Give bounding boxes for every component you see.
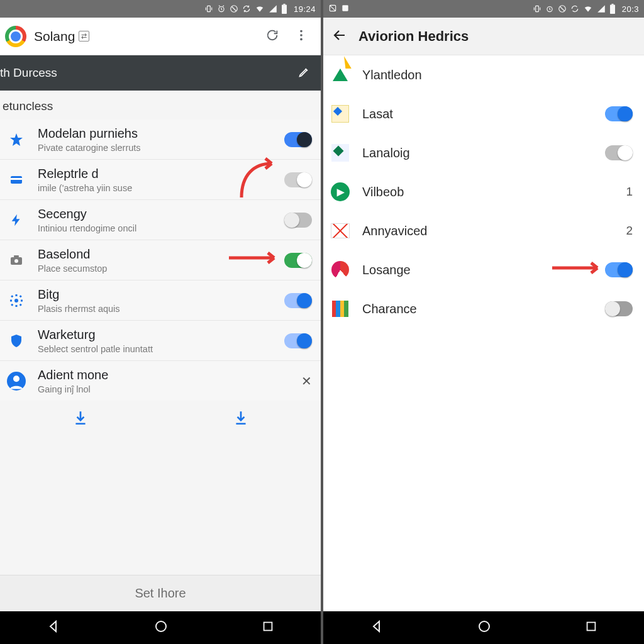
row-label: Annyaviced — [362, 224, 614, 238]
app-row-annyaviced[interactable]: Annyaviced 2 — [323, 211, 644, 250]
footer-button[interactable]: Set Ihore — [0, 575, 321, 611]
chrome-logo-icon — [5, 26, 26, 47]
more-icon[interactable] — [291, 25, 312, 48]
subheader-label: th Durcess — [0, 66, 57, 80]
shield-icon — [4, 328, 29, 353]
settings-row-adient[interactable]: Adient mone Gaing inĵ lnol ✕ — [0, 361, 321, 401]
toggle[interactable] — [605, 301, 633, 316]
toggle[interactable] — [605, 106, 633, 121]
svg-point-27 — [479, 621, 489, 631]
row-value: 2 — [626, 224, 633, 238]
landloig-icon — [330, 142, 351, 164]
bolt-icon — [4, 208, 29, 233]
svg-rect-20 — [342, 5, 348, 11]
app-row-ylantledon[interactable]: Ylantledon — [323, 55, 644, 94]
nav-recent-icon[interactable] — [261, 619, 275, 636]
sync-icon — [242, 4, 251, 13]
settings-row-baselond[interactable]: Baselond Place secumstop — [0, 240, 321, 280]
page-title: Solang ⇄ — [34, 29, 254, 44]
download-icon[interactable] — [72, 409, 89, 428]
dnd-icon — [558, 4, 567, 13]
svg-rect-21 — [535, 6, 538, 11]
row-label: Losange — [362, 263, 594, 277]
play-icon: ▸ — [330, 181, 351, 203]
row-label: Charance — [362, 302, 594, 316]
nav-recent-icon[interactable] — [584, 619, 598, 636]
row-sub: Intiniou rtendogime oncil — [38, 223, 275, 233]
toggle[interactable] — [284, 253, 312, 268]
back-icon[interactable] — [332, 28, 347, 45]
toggle[interactable] — [605, 145, 633, 160]
row-label: Ylantledon — [362, 68, 633, 82]
row-title: Baselond — [38, 247, 275, 262]
right-phone: 20:3 Aviorion Hedrics Ylantledon Lasat L… — [322, 0, 644, 644]
left-phone: 19:24 Solang ⇄ th Durcess etuncless — [0, 0, 322, 644]
toggle[interactable] — [605, 262, 633, 277]
app-row-vilbeob[interactable]: ▸ Vilbeob 1 — [323, 172, 644, 211]
nav-bar — [323, 611, 644, 644]
page-title: Aviorion Hedrics — [358, 28, 469, 45]
signal-icon — [269, 4, 277, 13]
row-label: Lasat — [362, 107, 594, 121]
battery-icon — [609, 4, 616, 14]
settings-row-secengy[interactable]: Secengy Intiniou rtendogime oncil — [0, 200, 321, 240]
row-sub: Place secumstop — [38, 264, 275, 274]
app-row-charance[interactable]: Charance — [323, 289, 644, 328]
status-clock: 19:24 — [294, 4, 316, 14]
refresh-icon[interactable] — [262, 25, 283, 48]
maps-icon — [330, 103, 351, 125]
settings-row-modelan[interactable]: Modelan purniehs Pivate catarogine slerr… — [0, 119, 321, 160]
row-title: Warketurg — [38, 327, 275, 343]
close-icon[interactable]: ✕ — [301, 374, 312, 389]
battery-icon — [281, 4, 287, 14]
app-row-lasat[interactable]: Lasat — [323, 94, 644, 133]
star-icon — [4, 127, 29, 152]
drive-icon — [330, 64, 351, 86]
row-title: Adient mone — [38, 367, 292, 383]
nav-back-icon[interactable] — [369, 619, 384, 636]
app-row-losange[interactable]: Losange — [323, 250, 644, 289]
vibrate-icon — [204, 4, 213, 13]
empty-space — [323, 328, 644, 611]
svg-point-7 — [300, 38, 303, 40]
dark-subheader: th Durcess — [0, 55, 321, 91]
settings-row-releptrle[interactable]: Releptrle d imile ('astreha yiin suse — [0, 160, 321, 200]
download-icon[interactable] — [233, 409, 249, 428]
row-title: Bitg — [38, 287, 275, 303]
nav-home-icon[interactable] — [477, 619, 492, 636]
settings-row-warketurg[interactable]: Warketurg Seblect sentrol patle inuntatt — [0, 321, 321, 361]
svg-rect-0 — [208, 6, 211, 11]
toggle[interactable] — [284, 333, 312, 348]
svg-point-5 — [300, 30, 303, 32]
row-value: 1 — [626, 185, 633, 199]
pie-icon — [330, 259, 351, 280]
settings-list: etuncless Modelan purniehs Pivate cataro… — [0, 91, 321, 575]
badge-icon: ⇄ — [79, 31, 89, 42]
app-row-lanaloig[interactable]: Lanaloig — [323, 133, 644, 172]
screenshot-icon — [328, 4, 337, 14]
toggle[interactable] — [284, 293, 312, 308]
svg-rect-24 — [610, 5, 615, 14]
settings-row-bitg[interactable]: Bitg Plasis rhermst aquis — [0, 280, 321, 321]
nav-home-icon[interactable] — [153, 619, 169, 636]
toggle[interactable] — [284, 213, 312, 228]
toggle[interactable] — [284, 172, 312, 187]
svg-rect-12 — [14, 255, 19, 257]
vibrate-icon — [533, 4, 541, 13]
svg-point-6 — [300, 34, 303, 36]
section-label: etuncless — [0, 91, 321, 119]
dnd-icon — [230, 4, 238, 13]
row-sub: Pivate catarogine slerruts — [38, 143, 275, 153]
sync-icon — [570, 4, 579, 13]
gmail-icon — [330, 220, 351, 242]
save-icon — [341, 4, 350, 14]
row-title: Secengy — [38, 206, 275, 222]
nav-back-icon[interactable] — [46, 619, 61, 636]
edit-icon[interactable] — [298, 65, 311, 80]
svg-point-16 — [13, 375, 19, 382]
svg-rect-3 — [282, 5, 287, 14]
person-icon — [4, 369, 29, 394]
status-bar: 19:24 — [0, 0, 321, 18]
toggle[interactable] — [284, 132, 312, 147]
card-icon — [4, 167, 29, 192]
